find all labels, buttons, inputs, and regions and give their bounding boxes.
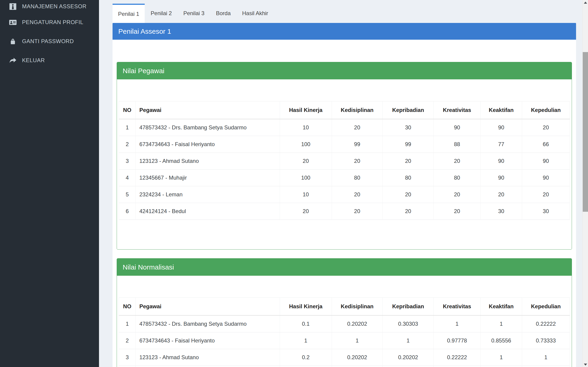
tab-borda[interactable]: Borda [210,4,236,23]
col-kedisiplinan: Kedisiplinan [332,101,383,119]
col-pegawai: Pegawai [136,298,280,316]
value-cell: 90 [481,119,522,136]
value-cell: 80 [434,169,481,186]
col-keaktifan: Keaktifan [481,298,522,316]
col-hasil-kinerja: Hasil Kinerja [280,101,332,119]
value-cell: 90 [522,169,570,186]
value-cell: 0.73333 [522,332,570,349]
value-cell: 30 [522,203,570,220]
value-cell: 0.2 [280,349,332,366]
panel-nilai-pegawai: Nilai Pegawai NO Pegawai H [117,62,572,250]
black-tie-icon [8,2,17,10]
row-number-cell: 4 [119,169,136,186]
pegawai-cell: 2324234 - Leman [136,186,280,203]
row-number-cell: 1 [119,119,136,136]
scroll-down-arrow-icon[interactable] [582,362,588,367]
value-cell: 30 [481,203,522,220]
value-cell: 90 [481,153,522,169]
value-cell: 0.85556 [481,332,522,349]
value-cell: 0.20202 [332,349,383,366]
pegawai-cell: 424124124 - Bedul [136,203,280,220]
pegawai-cell: 478573432 - Drs. Bambang Setya Sudarmo [136,119,280,136]
nilai-pegawai-table: NO Pegawai Hasil Kinerja Kedisiplinan Ke… [119,101,570,220]
value-cell: 1 [522,366,570,367]
col-keaktifan: Keaktifan [481,101,522,119]
value-cell: 1 [481,315,522,332]
value-cell: 20 [522,186,570,203]
table-row: 3123123 - Ahmad Sutano202020209090 [119,153,570,169]
table-row: 6424124124 - Bedul202020203030 [119,203,570,220]
value-cell: 20 [434,203,481,220]
col-hasil-kinerja: Hasil Kinerja [280,298,332,316]
sidebar-item-pengaturan-profil[interactable]: PENGATURAN PROFIL [0,13,99,32]
scroll-up-arrow-icon[interactable] [582,0,588,5]
table-row: 412345667 - Muhajir10.808080.808080.8888… [119,366,570,367]
row-number-cell: 4 [119,366,136,367]
page-title: Penilai Assesor 1 [112,23,576,40]
value-cell: 20 [383,186,434,203]
value-cell: 20 [481,186,522,203]
value-cell: 20 [280,153,332,169]
value-cell: 1 [280,366,332,367]
value-cell: 0.88889 [434,366,481,367]
value-cell: 1 [481,366,522,367]
value-cell: 20 [383,153,434,169]
value-cell: 20 [383,203,434,220]
sidebar-menu: MANAJEMEN ASSESOR PENGATURAN PROFIL GANT… [0,0,99,70]
col-kepedulian: Kepedulian [522,298,570,316]
pegawai-cell: 478573432 - Drs. Bambang Setya Sudarmo [136,315,280,332]
row-number-cell: 3 [119,153,136,169]
value-cell: 20 [332,186,383,203]
table-row: 52324234 - Leman102020202020 [119,186,570,203]
value-cell: 1 [280,332,332,349]
col-kepedulian: Kepedulian [522,101,570,119]
col-kreativitas: Kreativitas [434,101,481,119]
value-cell: 66 [522,136,570,153]
vertical-scrollbar[interactable] [582,0,588,367]
pegawai-cell: 12345667 - Muhajir [136,366,280,367]
sidebar-item-keluar[interactable]: KELUAR [0,51,99,70]
tab-penilai-3[interactable]: Penilai 3 [178,4,210,23]
value-cell: 99 [383,136,434,153]
scrollbar-thumb[interactable] [583,52,588,212]
pegawai-cell: 12345667 - Muhajir [136,169,280,186]
tab-hasil-akhir[interactable]: Hasil Akhir [237,4,274,23]
value-cell: 20 [332,203,383,220]
table-row: 26734734643 - Faisal Heriyanto1110.97778… [119,332,570,349]
row-number-cell: 5 [119,186,136,203]
pegawai-cell: 123123 - Ahmad Sutano [136,153,280,169]
value-cell: 100 [280,169,332,186]
main-content-area: Penilai 1 Penilai 2 Penilai 3 Borda Hasi… [99,0,582,367]
value-cell: 1 [522,349,570,366]
nilai-normalisasi-table: NO Pegawai Hasil Kinerja Kedisiplinan Ke… [119,298,570,367]
panel-nilai-normalisasi: Nilai Normalisasi NO Pegawai [117,258,572,367]
value-cell: 20 [332,153,383,169]
value-cell: 90 [434,119,481,136]
value-cell: 10 [280,119,332,136]
value-cell: 30 [383,119,434,136]
sidebar-item-manajemen-assesor[interactable]: MANAJEMEN ASSESOR [0,0,99,13]
row-number-cell: 3 [119,349,136,366]
col-kepribadian: Kepribadian [383,101,434,119]
value-cell: 20 [280,203,332,220]
id-card-icon [8,18,17,26]
tab-penilai-2[interactable]: Penilai 2 [145,4,177,23]
sidebar-item-ganti-password[interactable]: GANTI PASSWORD [0,32,99,51]
pegawai-cell: 6734734643 - Faisal Heriyanto [136,136,280,153]
tab-penilai-1[interactable]: Penilai 1 [112,4,145,23]
value-cell: 1 [383,332,434,349]
value-cell: 1 [332,332,383,349]
assessor-tabs: Penilai 1 Penilai 2 Penilai 3 Borda Hasi… [112,4,576,23]
row-number-cell: 2 [119,332,136,349]
col-kreativitas: Kreativitas [434,298,481,316]
value-cell: 0.1 [280,315,332,332]
sidebar-item-label: MANAJEMEN ASSESOR [22,3,86,10]
value-cell: 20 [522,119,570,136]
value-cell: 0.97778 [434,332,481,349]
col-pegawai: Pegawai [136,101,280,119]
table-row: 412345667 - Muhajir1008080809090 [119,169,570,186]
value-cell: 20 [434,186,481,203]
value-cell: 1 [481,349,522,366]
sidebar-item-label: GANTI PASSWORD [22,38,74,44]
value-cell: 80 [383,169,434,186]
